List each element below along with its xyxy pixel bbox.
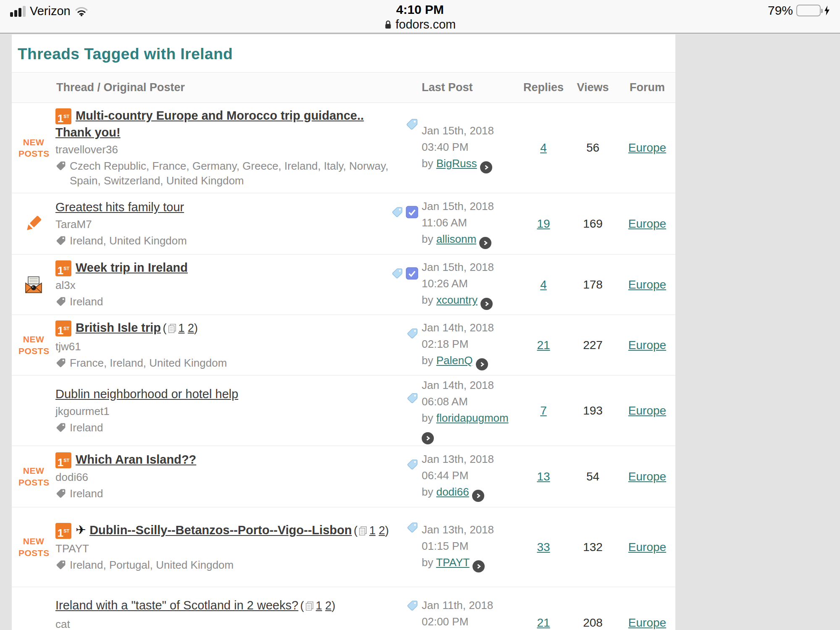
- thread-title-link[interactable]: Multi-country Europe and Morocco trip gu…: [55, 109, 364, 139]
- new-posts-label: NEW POSTS: [18, 333, 49, 357]
- forum-link[interactable]: Europe: [628, 404, 666, 417]
- forum-link[interactable]: Europe: [628, 541, 666, 554]
- last-poster-link[interactable]: floridapugmom: [436, 412, 509, 424]
- multipage-icon: [358, 525, 368, 540]
- page-title: Threads Tagged with Ireland: [12, 34, 675, 73]
- tag-icon: [55, 357, 66, 368]
- forum-link[interactable]: Europe: [628, 470, 666, 483]
- forum-link[interactable]: Europe: [628, 141, 666, 154]
- views-count: 227: [567, 339, 619, 352]
- table-row: Ireland with a "taste" of Scotland in 2 …: [12, 587, 675, 630]
- tag-icon: [391, 206, 403, 218]
- last-post-time: 01:15 PM: [422, 538, 518, 554]
- thread-title-link[interactable]: Ireland with a "taste" of Scotland in 2 …: [55, 598, 298, 612]
- go-arrow-icon[interactable]: [422, 432, 434, 444]
- table-row: NEW POSTS 1STMulti-country Europe and Mo…: [12, 103, 675, 193]
- last-post-date: Jan 14th, 2018: [422, 377, 518, 394]
- replies-link[interactable]: 4: [540, 141, 547, 154]
- last-post-cell: Jan 11th, 2018 02:00 PM by Sue_xx_yy: [422, 597, 520, 630]
- last-poster-link[interactable]: BigRuss: [436, 157, 477, 170]
- last-poster-link[interactable]: dodi66: [436, 486, 469, 498]
- thread-tags: Ireland: [55, 294, 391, 309]
- first-post-badge: 1ST: [55, 320, 71, 336]
- address-bar[interactable]: fodors.com: [0, 18, 840, 32]
- last-post-date: Jan 15th, 2018: [422, 259, 518, 276]
- lock-icon: [384, 20, 392, 30]
- views-count: 193: [567, 404, 619, 417]
- replies-link[interactable]: 4: [540, 278, 547, 291]
- charging-bolt-icon: [824, 5, 830, 16]
- page-link[interactable]: 1: [316, 599, 322, 612]
- tag-icon: [407, 328, 418, 339]
- original-poster: tjw61: [55, 340, 391, 353]
- tag-icon: [406, 118, 418, 131]
- thread-tags: Ireland: [55, 420, 391, 435]
- last-post-date: Jan 13th, 2018: [422, 522, 518, 538]
- thread-title-link[interactable]: Week trip in Ireland: [76, 261, 188, 274]
- last-post-date: Jan 15th, 2018: [422, 123, 518, 139]
- last-post-date: Jan 14th, 2018: [422, 320, 518, 336]
- tag-icon: [55, 160, 66, 171]
- page-link[interactable]: 1: [178, 322, 185, 334]
- table-row: 1STWeek trip in Ireland al3x Ireland Jan…: [12, 255, 675, 315]
- go-arrow-icon[interactable]: [479, 237, 491, 249]
- tag-icon: [55, 235, 66, 246]
- forum-page: Threads Tagged with Ireland Thread / Ori…: [12, 34, 675, 630]
- last-post-date: Jan 15th, 2018: [422, 198, 518, 215]
- first-post-badge: 1ST: [55, 108, 71, 124]
- tag-icon: [55, 559, 66, 570]
- new-posts-label: NEW POSTS: [18, 465, 49, 488]
- original-poster: travellover36: [55, 143, 391, 156]
- views-count: 208: [567, 616, 619, 630]
- new-posts-label: NEW POSTS: [18, 536, 49, 559]
- page-link[interactable]: 2: [188, 322, 194, 334]
- thread-tags: France, Ireland, United Kingdom: [55, 356, 391, 370]
- replies-link[interactable]: 7: [540, 404, 547, 417]
- forum-link[interactable]: Europe: [628, 278, 666, 291]
- tag-icon: [407, 600, 418, 612]
- first-post-mail-icon: [24, 276, 43, 294]
- last-post-cell: Jan 15th, 2018 10:26 AM by xcountry: [422, 259, 520, 310]
- first-post-badge: 1ST: [55, 260, 71, 276]
- tag-icon: [407, 392, 418, 404]
- go-arrow-icon[interactable]: [476, 358, 488, 370]
- forum-link[interactable]: Europe: [628, 339, 666, 352]
- go-arrow-icon[interactable]: [480, 161, 492, 173]
- last-poster-link[interactable]: allisonm: [436, 233, 476, 245]
- replies-link[interactable]: 13: [537, 470, 550, 483]
- tag-icon: [55, 296, 66, 307]
- last-poster-link[interactable]: TPAYT: [436, 556, 469, 569]
- tag-icon: [55, 422, 66, 433]
- thread-title-link[interactable]: British Isle trip: [76, 321, 161, 334]
- original-poster: cat: [55, 618, 391, 630]
- thread-title-link[interactable]: Dublin--Scilly--Betanzos--Porto--Vigo--L…: [89, 523, 352, 537]
- battery-icon: [796, 5, 821, 16]
- go-arrow-icon[interactable]: [472, 490, 484, 502]
- thread-title-link[interactable]: Greatest hits family tour: [55, 200, 184, 214]
- pencil-icon: [24, 214, 44, 234]
- last-post-cell: Jan 13th, 2018 01:15 PM by TPAYT: [422, 522, 520, 572]
- go-arrow-icon[interactable]: [480, 298, 493, 310]
- forum-link[interactable]: Europe: [628, 616, 666, 629]
- header-thread: Thread / Original Poster: [55, 81, 391, 94]
- page-link[interactable]: 2: [379, 524, 385, 537]
- replies-link[interactable]: 21: [537, 616, 550, 629]
- table-row: NEW POSTS 1STWhich Aran Island?? dodi66 …: [12, 446, 675, 507]
- thread-title-link[interactable]: Dublin neighborhood or hotel help: [55, 387, 238, 401]
- thread-title-link[interactable]: Which Aran Island??: [76, 453, 196, 466]
- last-post-time: 06:08 AM: [422, 394, 518, 410]
- replies-link[interactable]: 33: [537, 541, 550, 554]
- replies-link[interactable]: 19: [537, 217, 550, 230]
- airplane-icon: ✈: [76, 522, 86, 537]
- first-post-badge: 1ST: [55, 523, 71, 539]
- last-poster-link[interactable]: PalenQ: [436, 354, 473, 367]
- go-arrow-icon[interactable]: [472, 560, 485, 572]
- last-poster-link[interactable]: xcountry: [436, 294, 478, 306]
- thread-tags: Czech Republic, France, Germany, Greece,…: [55, 159, 391, 188]
- thread-tags: Ireland, Portugal, United Kingdom: [55, 558, 391, 572]
- replies-link[interactable]: 21: [537, 339, 550, 352]
- page-link[interactable]: 1: [369, 524, 375, 537]
- last-post-time: 06:44 PM: [422, 467, 518, 484]
- forum-link[interactable]: Europe: [628, 217, 666, 230]
- page-link[interactable]: 2: [325, 599, 331, 612]
